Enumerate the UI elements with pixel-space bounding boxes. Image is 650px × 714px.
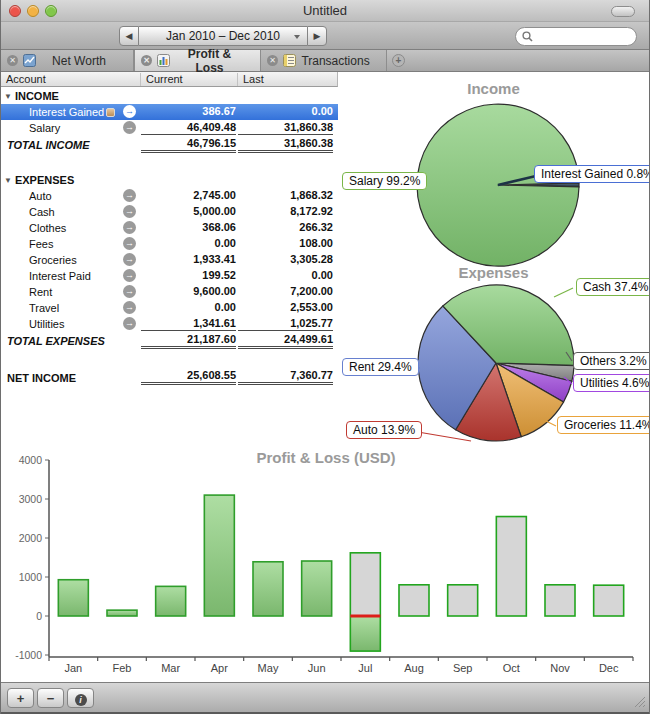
account-label: EXPENSES [15, 174, 74, 186]
account-name-cell: NET INCOME [1, 368, 141, 388]
drilldown-arrow-icon[interactable]: → [123, 121, 136, 134]
table-row[interactable]: Travel→0.002,553.00 [1, 300, 338, 316]
drilldown-arrow-icon[interactable]: → [123, 285, 136, 298]
bar-actual[interactable] [107, 610, 137, 616]
bar-projected[interactable] [594, 585, 624, 616]
add-button[interactable]: + [7, 688, 34, 708]
last-value: 0.00 [238, 268, 333, 283]
bar-actual[interactable] [302, 561, 332, 616]
bar-projected-segment[interactable] [350, 553, 380, 616]
y-tick-label: 2000 [19, 532, 43, 544]
account-name-cell: ▼EXPENSES [1, 172, 141, 188]
column-header-last[interactable]: Last [238, 73, 338, 86]
month-label: Oct [503, 662, 520, 674]
account-name-cell: ▼INCOME [1, 88, 141, 104]
drilldown-arrow-icon[interactable]: → [123, 105, 136, 118]
income-chart-title: Income [336, 80, 650, 97]
last-value: 1,025.77 [238, 316, 333, 331]
bar-actual[interactable] [204, 495, 234, 616]
bar-projected[interactable] [496, 517, 526, 616]
table-row[interactable]: Groceries→1,933.413,305.28 [1, 252, 338, 268]
last-value: 7,360.77 [238, 368, 333, 385]
bar-actual-segment[interactable] [350, 616, 380, 651]
tab-bar: ✕ Net Worth ✕ Profit & Loss ✕ [1, 50, 649, 72]
tab-close-icon[interactable]: ✕ [7, 55, 18, 66]
table-row: ▼INCOME [1, 88, 338, 104]
drilldown-arrow-icon[interactable]: → [123, 221, 136, 234]
y-tick-label: 1000 [19, 571, 43, 583]
pie-label-auto: Auto 13.9% [346, 421, 422, 439]
table-row[interactable]: Fees→0.00108.00 [1, 236, 338, 252]
tab-close-icon[interactable]: ✕ [141, 55, 152, 66]
month-label: Sep [453, 662, 473, 674]
info-button[interactable]: i [67, 688, 94, 708]
app-window: Untitled ◀ Jan 2010 – Dec 2010 ▶ ✕ [0, 0, 650, 714]
month-label: Jul [358, 662, 372, 674]
last-value: 31,860.38 [238, 136, 333, 153]
drilldown-arrow-icon[interactable]: → [123, 317, 136, 330]
disclosure-triangle-icon[interactable]: ▼ [4, 92, 12, 101]
table-row[interactable]: Auto→2,745.001,868.32 [1, 188, 338, 204]
table-row[interactable]: Interest Gained→386.670.00 [1, 104, 338, 120]
next-period-button[interactable]: ▶ [307, 26, 327, 46]
resize-grip[interactable] [632, 694, 646, 708]
last-value [238, 88, 333, 103]
current-value: 25,608.55 [141, 368, 236, 385]
account-label: NET INCOME [7, 372, 76, 384]
drilldown-arrow-icon[interactable]: → [123, 253, 136, 266]
new-tab-button[interactable]: + [392, 54, 405, 67]
column-header-current[interactable]: Current [141, 73, 238, 86]
column-header-account[interactable]: Account [1, 73, 141, 86]
toolbar-toggle-button[interactable] [611, 6, 635, 17]
prev-period-button[interactable]: ◀ [119, 26, 139, 46]
drilldown-arrow-icon[interactable]: → [123, 237, 136, 250]
search-input[interactable] [537, 29, 627, 44]
drilldown-arrow-icon[interactable]: → [123, 205, 136, 218]
month-label: Aug [404, 662, 424, 674]
table-row[interactable]: Cash→5,000.008,172.92 [1, 204, 338, 220]
table-row[interactable]: Interest Paid→199.520.00 [1, 268, 338, 284]
current-value: 1,341.61 [141, 316, 236, 331]
tab-net-worth[interactable]: ✕ Net Worth [1, 50, 134, 71]
drilldown-arrow-icon[interactable]: → [123, 269, 136, 282]
current-value: 199.52 [141, 268, 236, 283]
account-label: Auto [29, 190, 52, 202]
disclosure-triangle-icon[interactable]: ▼ [4, 176, 12, 185]
bar-chart-icon [157, 54, 170, 67]
bar-projected[interactable] [399, 585, 429, 616]
last-value: 31,860.38 [238, 120, 333, 135]
table-row[interactable]: Clothes→368.06266.32 [1, 220, 338, 236]
month-label: Feb [113, 662, 132, 674]
search-field[interactable] [515, 27, 637, 46]
account-name-cell: Interest Gained [1, 104, 141, 120]
accounts-table: ▼INCOMEInterest Gained→386.670.00Salary→… [1, 88, 338, 388]
tab-label: Net Worth [41, 54, 127, 68]
account-label: Salary [29, 122, 60, 134]
tab-transactions[interactable]: ✕ Transactions [261, 50, 387, 71]
drilldown-arrow-icon[interactable]: → [123, 301, 136, 314]
date-range-popup[interactable]: Jan 2010 – Dec 2010 [139, 26, 307, 46]
table-row[interactable]: Utilities→1,341.611,025.77 [1, 316, 338, 332]
bar-actual[interactable] [253, 562, 283, 616]
pie-label-others: Others 3.2% [573, 352, 650, 370]
table-row[interactable]: Salary→46,409.4831,860.38 [1, 120, 338, 136]
drilldown-arrow-icon[interactable]: → [123, 189, 136, 202]
bar-projected[interactable] [545, 585, 575, 616]
current-value: 46,796.15 [141, 136, 236, 153]
bar-actual[interactable] [156, 586, 186, 616]
date-navigator: ◀ Jan 2010 – Dec 2010 ▶ [119, 26, 327, 46]
account-label: Clothes [29, 222, 66, 234]
table-row[interactable]: Rent→9,600.007,200.00 [1, 284, 338, 300]
last-value: 8,172.92 [238, 204, 333, 219]
bar-projected[interactable] [448, 585, 478, 616]
account-name-cell: Groceries [1, 252, 141, 268]
account-label: Utilities [29, 318, 64, 330]
tab-profit-loss[interactable]: ✕ Profit & Loss [134, 50, 261, 71]
bar-actual[interactable] [58, 580, 88, 616]
bottom-toolbar: + − i [1, 682, 649, 714]
tab-label: Transactions [301, 54, 380, 68]
account-name-cell: Rent [1, 284, 141, 300]
tab-close-icon[interactable]: ✕ [267, 55, 278, 66]
y-tick-label: 0 [36, 610, 42, 622]
remove-button[interactable]: − [37, 688, 64, 708]
